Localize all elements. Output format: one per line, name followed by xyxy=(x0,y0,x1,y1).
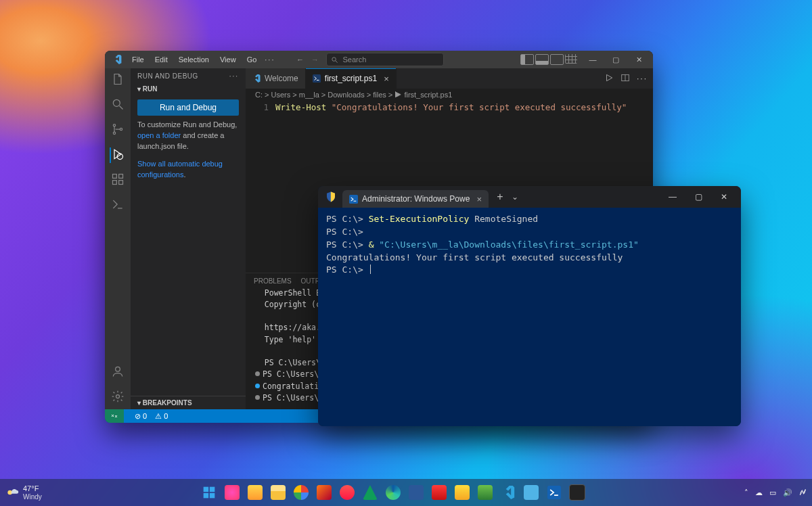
weather-icon xyxy=(5,486,19,499)
svg-point-13 xyxy=(116,395,120,398)
sidebar-title: RUN AND DEBUG xyxy=(137,72,198,80)
toggle-primary-sidebar-icon[interactable] xyxy=(520,54,534,65)
search-icon[interactable] xyxy=(111,97,125,113)
taskbar-app[interactable] xyxy=(452,482,472,503)
split-editor-button[interactable] xyxy=(621,73,630,85)
start-button[interactable] xyxy=(199,482,219,503)
status-errors[interactable]: ⊘ 0 xyxy=(135,412,147,421)
taskbar-app[interactable] xyxy=(222,482,242,503)
customize-layout-icon[interactable] xyxy=(565,54,577,64)
run-file-button[interactable] xyxy=(604,73,614,85)
breadcrumb[interactable]: C: > Users > m__la > Downloads > files >… xyxy=(246,89,653,101)
svg-point-2 xyxy=(113,99,120,106)
svg-rect-22 xyxy=(210,493,215,499)
vscode-icon xyxy=(252,74,261,83)
taskbar-app[interactable] xyxy=(360,482,380,503)
toggle-panel-icon[interactable] xyxy=(535,54,549,65)
command-center-search[interactable]: Search xyxy=(326,53,443,66)
powershell-taskbar-button[interactable] xyxy=(544,482,564,503)
terminal-tab-close-icon[interactable]: × xyxy=(476,194,482,204)
explorer-icon[interactable] xyxy=(111,72,125,88)
settings-gear-icon[interactable] xyxy=(111,390,125,405)
taskbar-app[interactable] xyxy=(521,482,541,503)
onedrive-icon[interactable]: ☁ xyxy=(755,488,763,497)
new-tab-button[interactable]: + xyxy=(491,191,509,203)
breakpoints-section-header[interactable]: BREAKPOINTS xyxy=(131,396,246,409)
taskbar-app[interactable] xyxy=(337,482,357,503)
new-tab-dropdown[interactable]: ⌄ xyxy=(512,192,518,202)
menu-edit[interactable]: Edit xyxy=(151,53,172,66)
activity-bar xyxy=(105,68,131,409)
tab-welcome[interactable]: Welcome xyxy=(246,68,306,89)
svg-rect-8 xyxy=(113,175,117,179)
tab-close-icon[interactable]: × xyxy=(384,74,389,84)
menu-overflow[interactable]: ··· xyxy=(261,55,279,64)
terminal-body[interactable]: PS C:\> Set-ExecutionPolicy RemoteSigned… xyxy=(318,208,741,426)
toggle-secondary-sidebar-icon[interactable] xyxy=(550,54,564,65)
editor-more-icon[interactable]: ··· xyxy=(637,74,648,83)
run-section-header[interactable]: RUN xyxy=(131,83,246,95)
svg-point-5 xyxy=(113,132,115,134)
layout-controls[interactable] xyxy=(520,54,577,65)
nav-forward-button[interactable]: → xyxy=(307,55,322,64)
menu-file[interactable]: File xyxy=(128,53,148,66)
svg-point-12 xyxy=(116,367,120,371)
svg-line-3 xyxy=(120,106,123,110)
battery-icon[interactable]: 🗲 xyxy=(799,488,807,497)
network-icon[interactable]: ▭ xyxy=(769,488,776,497)
terminal-taskbar-button[interactable] xyxy=(567,482,587,503)
status-warnings[interactable]: ⚠ 0 xyxy=(155,412,168,421)
powershell-icon xyxy=(349,195,358,204)
tray-overflow-icon[interactable]: ˄ xyxy=(744,488,748,497)
source-control-icon[interactable] xyxy=(111,122,125,138)
terminal-tab[interactable]: Administrator: Windows Powe × xyxy=(342,190,489,208)
menu-selection[interactable]: Selection xyxy=(175,53,213,66)
taskbar-app[interactable] xyxy=(245,482,265,503)
window-close-button[interactable]: ✕ xyxy=(627,51,650,68)
remote-indicator[interactable] xyxy=(105,409,124,423)
extensions-icon[interactable] xyxy=(111,172,125,188)
accounts-icon[interactable] xyxy=(111,365,125,380)
svg-rect-21 xyxy=(204,493,209,499)
panel-tab-problems[interactable]: PROBLEMS xyxy=(254,277,292,285)
taskbar-app[interactable] xyxy=(406,482,426,503)
run-and-debug-button[interactable]: Run and Debug xyxy=(137,99,239,116)
terminal-minimize-button[interactable]: — xyxy=(660,186,685,208)
powershell-file-icon xyxy=(313,74,321,83)
run-debug-description: To customize Run and Debug, open a folde… xyxy=(131,120,246,152)
terminal-close-button[interactable]: ✕ xyxy=(711,186,737,208)
window-maximize-button[interactable]: ▢ xyxy=(604,51,627,68)
window-minimize-button[interactable]: — xyxy=(581,51,604,68)
nav-back-button[interactable]: ← xyxy=(292,55,307,64)
tab-first-script[interactable]: first_script.ps1 × xyxy=(306,68,397,89)
taskbar-app[interactable] xyxy=(291,482,311,503)
powershell-activity-icon[interactable] xyxy=(111,198,125,213)
taskbar-weather-widget[interactable]: 47°FWindy xyxy=(5,484,42,500)
vscode-taskbar-button[interactable] xyxy=(498,482,518,503)
sidebar-more-icon[interactable]: ··· xyxy=(229,72,239,80)
terminal-maximize-button[interactable]: ▢ xyxy=(685,186,711,208)
taskbar-app[interactable] xyxy=(429,482,449,503)
admin-shield-icon xyxy=(325,191,337,203)
taskbar-app[interactable] xyxy=(314,482,334,503)
file-explorer-button[interactable] xyxy=(268,482,288,503)
show-debug-configs-link[interactable]: Show all automatic debug configurations xyxy=(137,160,223,179)
run-debug-icon[interactable] xyxy=(110,147,125,163)
terminal-titlebar[interactable]: Administrator: Windows Powe × + ⌄ — ▢ ✕ xyxy=(318,186,741,208)
editor-tabs: Welcome first_script.ps1 × ··· xyxy=(246,68,653,89)
menu-go[interactable]: Go xyxy=(243,53,261,66)
svg-line-1 xyxy=(336,60,338,62)
volume-icon[interactable]: 🔊 xyxy=(783,488,792,497)
svg-point-0 xyxy=(332,57,336,61)
menu-bar[interactable]: FileEditSelectionViewGo xyxy=(128,53,261,66)
svg-point-4 xyxy=(113,124,115,127)
edge-browser-button[interactable] xyxy=(383,482,403,503)
windows-taskbar[interactable]: 47°FWindy ˄ ☁ ▭ 🔊 🗲 xyxy=(0,479,812,506)
system-tray[interactable]: ˄ ☁ ▭ 🔊 🗲 xyxy=(744,488,807,497)
taskbar-app[interactable] xyxy=(475,482,495,503)
show-debug-configs: Show all automatic debug configurations. xyxy=(131,159,246,181)
open-folder-link[interactable]: open a folder xyxy=(137,131,181,139)
menu-view[interactable]: View xyxy=(216,53,240,66)
vscode-logo-icon xyxy=(108,55,127,64)
vscode-titlebar[interactable]: FileEditSelectionViewGo ··· ← → Search —… xyxy=(105,51,653,68)
